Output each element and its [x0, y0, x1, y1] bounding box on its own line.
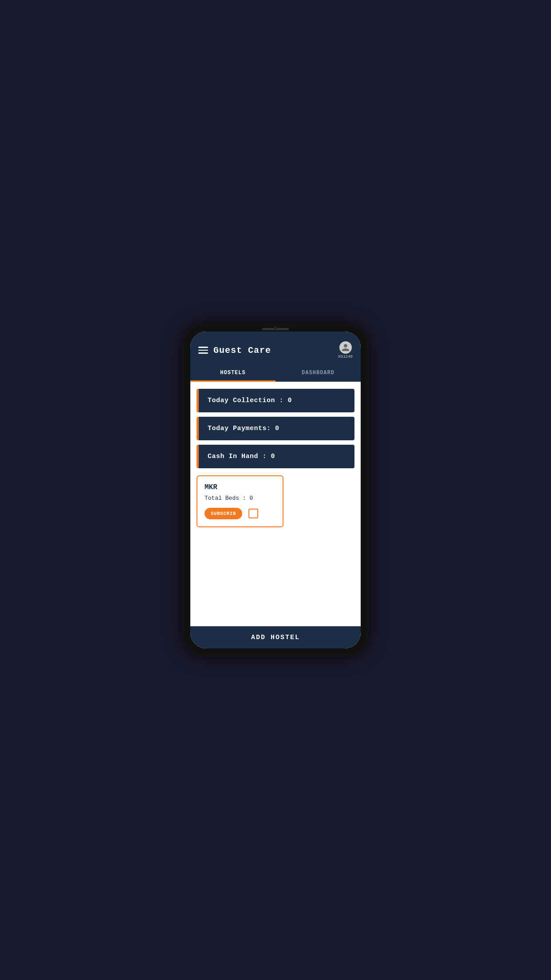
- phone-camera: [274, 326, 277, 330]
- phone-frame: Guest Care HS1240 HOSTELS DASHBOARD: [182, 324, 369, 656]
- app-title: Guest Care: [213, 345, 271, 356]
- today-collection-label: Today Collection : 0: [208, 397, 292, 404]
- avatar-circle: [339, 341, 352, 354]
- menu-icon[interactable]: [198, 347, 208, 354]
- today-payments-card[interactable]: Today Payments: 0: [197, 417, 354, 440]
- cash-in-hand-label: Cash In Hand : 0: [208, 453, 275, 460]
- tab-bar: HOSTELS DASHBOARD: [190, 365, 361, 382]
- hostel-total-beds: Total Beds : 0: [205, 495, 276, 502]
- header-left: Guest Care: [198, 345, 271, 356]
- hostel-actions: SUBSCRIB: [205, 508, 276, 519]
- app-header: Guest Care HS1240: [190, 332, 361, 365]
- today-payments-label: Today Payments: 0: [208, 425, 279, 432]
- hostel-checkbox[interactable]: [248, 509, 258, 518]
- cash-in-hand-card[interactable]: Cash In Hand : 0: [197, 445, 354, 468]
- tab-hostels[interactable]: HOSTELS: [190, 365, 276, 382]
- subscribe-button[interactable]: SUBSCRIB: [205, 508, 242, 519]
- add-hostel-button[interactable]: ADD HOSTEL: [197, 634, 354, 641]
- bottom-bar: ADD HOSTEL: [190, 626, 361, 648]
- main-content: Today Collection : 0 Today Payments: 0 C…: [190, 382, 361, 626]
- person-icon: [341, 343, 350, 352]
- tab-dashboard[interactable]: DASHBOARD: [276, 365, 361, 382]
- hostel-name: MKR: [205, 483, 276, 491]
- phone-screen: Guest Care HS1240 HOSTELS DASHBOARD: [190, 332, 361, 648]
- hostel-card: MKR Total Beds : 0 SUBSCRIB: [197, 475, 283, 527]
- user-avatar[interactable]: HS1240: [338, 341, 353, 359]
- user-id: HS1240: [338, 355, 353, 359]
- today-collection-card[interactable]: Today Collection : 0: [197, 389, 354, 412]
